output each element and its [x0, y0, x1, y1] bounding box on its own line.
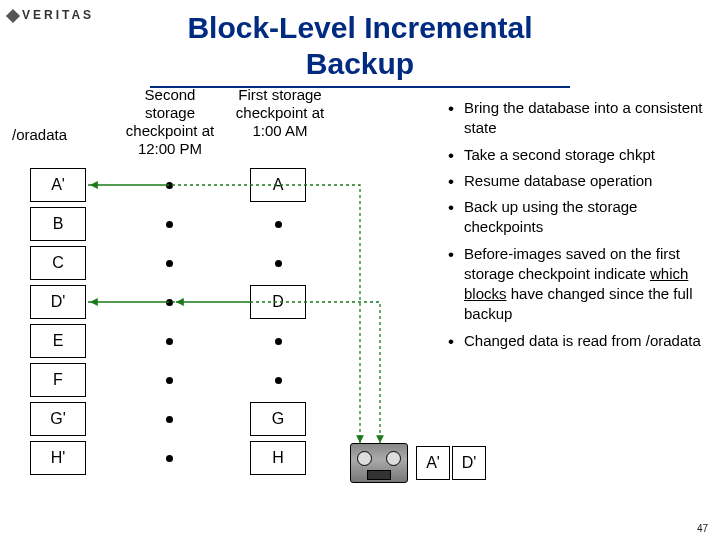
brand-logo: VERITAS [8, 8, 94, 22]
checkpoint-dot [166, 299, 173, 306]
checkpoint-dot [166, 221, 173, 228]
first-cp-cell: G [250, 402, 306, 436]
oradata-cell: F [30, 363, 86, 397]
page-number: 47 [697, 523, 708, 534]
oradata-cell: A' [30, 168, 86, 202]
checkpoint-dot [275, 377, 282, 384]
bullet-item: Bring the database into a consistent sta… [448, 98, 710, 139]
checkpoint-dot [166, 338, 173, 345]
first-cp-cell: H [250, 441, 306, 475]
checkpoint-dot [275, 338, 282, 345]
first-checkpoint-label: First storagecheckpoint at1:00 AM [220, 86, 340, 140]
checkpoint-dot [166, 182, 173, 189]
title-line: Block-Level Incremental [187, 11, 532, 44]
oradata-cell: C [30, 246, 86, 280]
tape-window [367, 470, 391, 480]
second-checkpoint-label: Secondstoragecheckpoint at12:00 PM [110, 86, 230, 158]
checkpoint-dot [275, 221, 282, 228]
oradata-cell: H' [30, 441, 86, 475]
title-line: Backup [306, 47, 414, 80]
bullet-item: Back up using the storage checkpoints [448, 197, 710, 238]
oradata-cell: D' [30, 285, 86, 319]
checkpoint-dot [166, 455, 173, 462]
oradata-label: /oradata [12, 126, 67, 143]
bullet-item: Take a second storage chkpt [448, 145, 710, 165]
bullet-item: Before-images saved on the first storage… [448, 244, 710, 325]
page-title: Block-Level Incremental Backup [0, 0, 720, 82]
bullet-item: Changed data is read from /oradata [448, 331, 710, 351]
checkpoint-dot [166, 260, 173, 267]
bullet-list: Bring the database into a consistent sta… [448, 98, 710, 357]
bullet-item: Resume database operation [448, 171, 710, 191]
diagram-area: /oradata Secondstoragecheckpoint at12:00… [0, 88, 720, 508]
checkpoint-dot [166, 377, 173, 384]
checkpoint-dot [275, 260, 282, 267]
tape-block: D' [452, 446, 486, 480]
first-cp-cell: A [250, 168, 306, 202]
checkpoint-dot [166, 416, 173, 423]
tape-block: A' [416, 446, 450, 480]
first-cp-cell: D [250, 285, 306, 319]
tape-icon [350, 443, 408, 483]
oradata-cell: B [30, 207, 86, 241]
oradata-cell: G' [30, 402, 86, 436]
oradata-cell: E [30, 324, 86, 358]
